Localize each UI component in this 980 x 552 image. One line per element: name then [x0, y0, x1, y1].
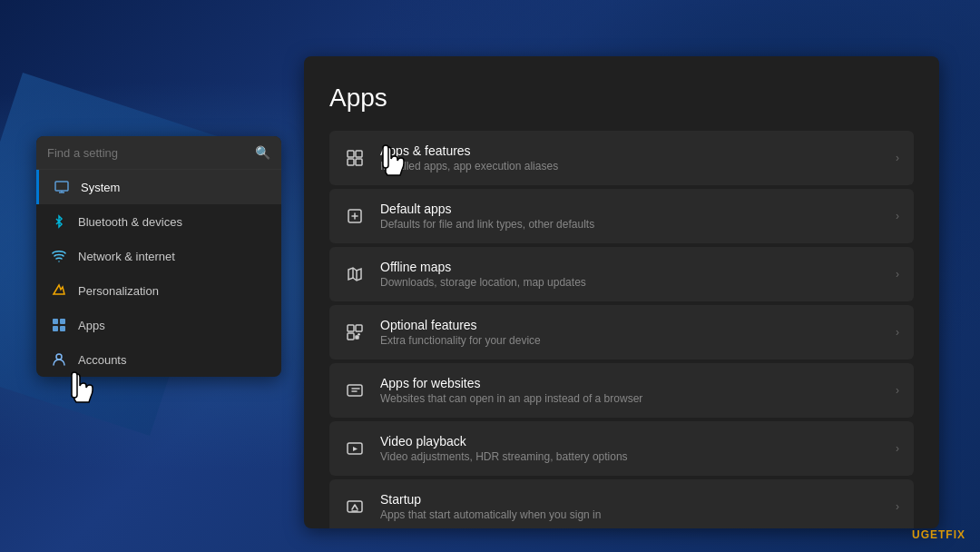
svg-rect-24	[348, 501, 362, 512]
sidebar-label-bluetooth: Bluetooth & devices	[78, 215, 182, 229]
apps-features-chevron: ›	[896, 152, 899, 164]
apps-features-title: Apps & features	[380, 143, 881, 158]
default-apps-icon	[344, 205, 366, 227]
offline-maps-icon	[344, 263, 366, 285]
svg-rect-6	[60, 326, 65, 331]
svg-rect-5	[53, 326, 58, 331]
video-playback-icon	[344, 438, 366, 459]
startup-icon	[344, 496, 366, 518]
sidebar-item-personalization[interactable]: Personalization	[36, 273, 281, 308]
apps-websites-desc: Websites that can open in an app instead…	[380, 392, 881, 405]
svg-rect-0	[55, 182, 68, 191]
search-box[interactable]: 🔍	[36, 136, 281, 170]
startup-chevron: ›	[896, 500, 899, 513]
default-apps-text: Default apps Defaults for file and link …	[380, 202, 881, 231]
startup-desc: Apps that start automatically when you s…	[380, 508, 881, 521]
svg-rect-11	[356, 159, 362, 165]
sidebar: 🔍 System Bluetooth & devices Network & i…	[36, 136, 281, 377]
optional-features-title: Optional features	[380, 318, 881, 332]
svg-rect-15	[348, 325, 354, 331]
apps-icon	[51, 317, 67, 333]
system-icon	[54, 179, 70, 195]
accounts-icon	[51, 351, 67, 368]
svg-rect-18	[356, 336, 358, 339]
offline-maps-desc: Downloads, storage location, map updates	[380, 276, 881, 289]
sidebar-item-network[interactable]: Network & internet	[36, 239, 281, 273]
setting-item-apps-websites[interactable]: Apps for websites Websites that can open…	[329, 363, 914, 418]
video-playback-chevron: ›	[896, 442, 899, 455]
svg-rect-8	[348, 151, 354, 157]
main-panel: Apps Apps & features Installed apps, app…	[304, 56, 939, 528]
startup-text: Startup Apps that start automatically wh…	[380, 492, 881, 521]
sidebar-item-bluetooth[interactable]: Bluetooth & devices	[36, 204, 281, 239]
setting-item-offline-maps[interactable]: Offline maps Downloads, storage location…	[329, 247, 914, 301]
video-playback-title: Video playback	[380, 434, 881, 448]
search-icon[interactable]: 🔍	[255, 145, 270, 160]
optional-features-chevron: ›	[896, 326, 899, 339]
startup-title: Startup	[380, 492, 881, 507]
search-input[interactable]	[47, 146, 255, 160]
sidebar-label-apps: Apps	[78, 319, 105, 332]
optional-features-text: Optional features Extra functionality fo…	[380, 318, 881, 347]
svg-rect-16	[356, 325, 362, 331]
svg-rect-4	[60, 319, 65, 324]
svg-rect-3	[53, 319, 58, 324]
setting-item-default-apps[interactable]: Default apps Defaults for file and link …	[329, 189, 914, 243]
sidebar-item-system[interactable]: System	[36, 170, 281, 204]
svg-rect-10	[348, 159, 354, 165]
apps-features-text: Apps & features Installed apps, app exec…	[380, 143, 881, 172]
sidebar-item-apps[interactable]: Apps	[36, 308, 281, 342]
svg-point-7	[56, 354, 62, 360]
setting-item-optional-features[interactable]: Optional features Extra functionality fo…	[329, 305, 914, 360]
video-playback-desc: Video adjustments, HDR streaming, batter…	[380, 450, 881, 463]
page-title: Apps	[329, 84, 914, 113]
setting-item-startup[interactable]: Startup Apps that start automatically wh…	[329, 479, 914, 528]
apps-features-desc: Installed apps, app execution aliases	[380, 160, 881, 172]
default-apps-title: Default apps	[380, 202, 881, 216]
default-apps-chevron: ›	[896, 210, 899, 222]
network-icon	[51, 248, 67, 264]
optional-features-desc: Extra functionality for your device	[380, 334, 881, 347]
watermark-text: UGETFIX	[912, 528, 965, 541]
apps-features-icon	[344, 147, 366, 169]
apps-websites-chevron: ›	[896, 384, 899, 397]
offline-maps-text: Offline maps Downloads, storage location…	[380, 260, 881, 289]
sidebar-label-system: System	[81, 181, 120, 194]
apps-websites-title: Apps for websites	[380, 376, 881, 390]
personalization-icon	[51, 282, 67, 299]
optional-features-icon	[344, 321, 366, 343]
video-playback-text: Video playback Video adjustments, HDR st…	[380, 434, 881, 463]
svg-rect-21	[348, 385, 362, 396]
offline-maps-chevron: ›	[896, 268, 899, 281]
sidebar-label-accounts: Accounts	[78, 353, 126, 367]
offline-maps-title: Offline maps	[380, 260, 881, 274]
setting-item-apps-features[interactable]: Apps & features Installed apps, app exec…	[329, 131, 914, 185]
sidebar-item-accounts[interactable]: Accounts	[36, 342, 281, 377]
bluetooth-icon	[51, 213, 67, 230]
svg-rect-17	[348, 333, 354, 340]
setting-item-video-playback[interactable]: Video playback Video adjustments, HDR st…	[329, 421, 914, 476]
svg-rect-9	[356, 151, 362, 157]
apps-websites-icon	[344, 380, 366, 401]
default-apps-desc: Defaults for file and link types, other …	[380, 218, 881, 231]
sidebar-label-network: Network & internet	[78, 250, 175, 263]
sidebar-label-personalization: Personalization	[78, 284, 159, 298]
apps-websites-text: Apps for websites Websites that can open…	[380, 376, 881, 405]
svg-marker-23	[353, 447, 358, 451]
watermark: UGETFIX	[912, 528, 965, 541]
